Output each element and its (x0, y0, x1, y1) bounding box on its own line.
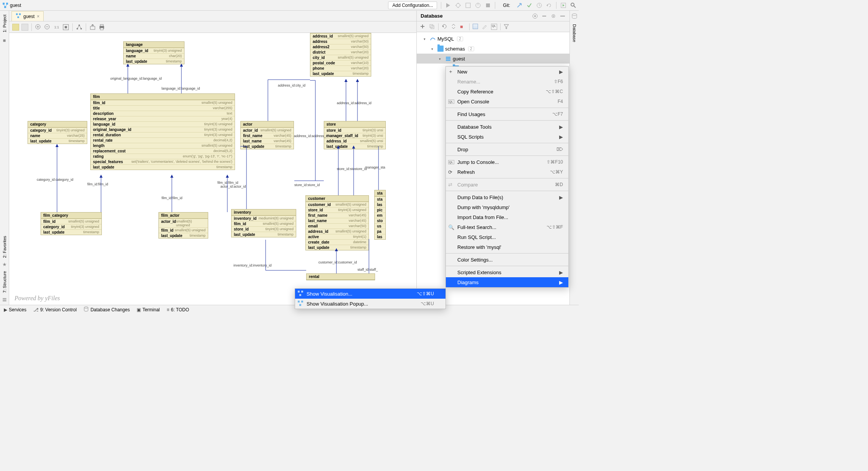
zoom-out-icon[interactable] (44, 24, 51, 31)
export-icon[interactable] (89, 24, 96, 31)
svg-rect-84 (430, 25, 433, 28)
ide-icon[interactable] (560, 2, 566, 8)
database-tool-button[interactable]: Database (572, 23, 577, 44)
tab-guest[interactable]: guest × (11, 11, 44, 21)
add-icon[interactable] (420, 24, 426, 30)
edge-label: store_id:store_id (294, 183, 320, 187)
menu-copy-reference[interactable]: Copy Reference⌥⇧⌘C (446, 87, 568, 96)
print-icon[interactable] (98, 24, 105, 31)
target-icon[interactable] (532, 13, 538, 19)
entity-inventory[interactable]: inventory inventory_idmediumint(8) unsig… (231, 209, 296, 237)
menu-diagrams[interactable]: Diagrams▶ (446, 277, 568, 287)
project-tool-button[interactable]: 1: Project (2, 13, 7, 34)
run-icon[interactable] (445, 2, 451, 8)
entity-actor[interactable]: actor actor_idsmallint(5) unsigned first… (240, 121, 294, 149)
menu-drop[interactable]: Drop⌦ (446, 144, 568, 154)
add-configuration-button[interactable]: Add Configuration... (388, 2, 437, 9)
svg-rect-23 (16, 13, 18, 15)
entity-customer[interactable]: customer customer_idsmallint(5) unsigned… (305, 195, 369, 250)
favorites-tool-button[interactable]: 2: Favorites (2, 234, 7, 259)
table-icon[interactable] (473, 24, 479, 30)
tree-schema-guest[interactable]: guest (417, 54, 569, 64)
menu-color-settings[interactable]: Color Settings... (446, 255, 568, 265)
menu-database-tools[interactable]: Database Tools▶ (446, 122, 568, 132)
menu-refresh[interactable]: ⟳Refresh⌥⌘Y (446, 167, 568, 177)
services-icon: ▶ (4, 307, 7, 312)
edit-icon[interactable] (482, 24, 488, 30)
search-everywhere-icon[interactable] (570, 2, 576, 8)
edge-label: address_id:address_id (294, 134, 329, 138)
filter-icon[interactable] (504, 24, 510, 30)
key-icon[interactable] (12, 24, 19, 31)
menu-restore-mysql[interactable]: Restore with 'mysql' (446, 242, 568, 252)
gear-icon[interactable] (550, 13, 556, 19)
panel-title: Database (421, 13, 443, 19)
console-icon[interactable]: QL (491, 24, 497, 30)
right-tool-strip: Database (569, 11, 579, 305)
collapse-icon[interactable] (541, 13, 547, 19)
menu-new[interactable]: ＋New▶ (446, 67, 568, 77)
version-control-button[interactable]: ⎇9: Version Control (33, 307, 77, 312)
git-update-icon[interactable] (516, 2, 522, 8)
entity-language[interactable]: language language_idtinyint(3) unsigned … (123, 41, 184, 64)
menu-import-data[interactable]: Import Data from File... (446, 212, 568, 222)
tree-schemas[interactable]: schemas 2 (417, 44, 569, 54)
menu-find-usages[interactable]: Find Usages⌥F7 (446, 109, 568, 119)
tree-datasource[interactable]: MySQL 2 (417, 34, 569, 44)
sync-icon[interactable] (451, 24, 457, 30)
stop-icon[interactable] (485, 2, 491, 8)
submenu-show-visualisation-popup[interactable]: Show Visualisation Popup...⌥⌘U (295, 299, 445, 309)
svg-marker-5 (446, 3, 450, 8)
svg-marker-60 (344, 79, 348, 82)
top-toolbar: guest Add Configuration... Git: (0, 0, 579, 11)
diagram-icon (2, 2, 8, 8)
entity-address[interactable]: address_idsmallint(5) unsigned addressva… (310, 33, 371, 77)
svg-marker-20 (563, 4, 565, 7)
diagram-icon (297, 290, 303, 298)
entity-film-actor[interactable]: film_actor actor_idsmallint(5) unsigned … (158, 212, 208, 239)
schema-icon (445, 56, 451, 62)
entity-category[interactable]: category category_idtinyint(3) unsigned … (28, 121, 87, 144)
debug-icon[interactable] (455, 2, 461, 8)
entity-rental[interactable]: rental (306, 273, 375, 280)
entity-film[interactable]: film film_idsmallint(5) unsigned titleva… (90, 93, 235, 170)
submenu-show-visualisation[interactable]: Show Visualisation...⌥⇧⌘U (295, 289, 445, 299)
services-button[interactable]: ▶Services (4, 307, 26, 312)
git-revert-icon[interactable] (546, 2, 552, 8)
breadcrumb[interactable]: guest (10, 3, 21, 8)
menu-run-sql-script[interactable]: Run SQL Script... (446, 232, 568, 242)
entity-store[interactable]: store store_idtinyint(3) unsi manager_st… (324, 121, 386, 149)
zoom-in-icon[interactable] (35, 24, 42, 31)
menu-dump-mysqldump[interactable]: Dump with 'mysqldump' (446, 202, 568, 212)
refresh-icon[interactable] (442, 24, 448, 30)
database-changes-button[interactable]: Database Changes (83, 306, 130, 313)
menu-jump-to-console[interactable]: QLJump to Console...⇧⌘F10 (446, 157, 568, 167)
structure-icon: 𝌆 (2, 297, 7, 305)
profile-icon[interactable] (475, 2, 481, 8)
menu-open-console[interactable]: QLOpen ConsoleF4 (446, 96, 568, 106)
actual-size-icon[interactable]: 1:1 (53, 24, 60, 31)
hide-icon[interactable] (560, 13, 566, 19)
git-commit-icon[interactable] (526, 2, 532, 8)
git-history-icon[interactable] (536, 2, 542, 8)
menu-fulltext-search[interactable]: 🔍Full-text Search...⌥⇧⌘F (446, 222, 568, 232)
edge-label: actor_id:actor_id (220, 185, 246, 188)
entity-film-category[interactable]: film_category film_idsmallint(5) unsigne… (41, 212, 102, 235)
fit-content-icon[interactable] (62, 24, 69, 31)
structure-tool-button[interactable]: 7: Structure (2, 270, 7, 294)
todo-button[interactable]: ≡6: TODO (167, 307, 189, 312)
entity-staff[interactable]: sta sta las pic em sto us pa las (374, 190, 386, 240)
menu-sql-scripts[interactable]: SQL Scripts▶ (446, 132, 568, 142)
coverage-icon[interactable] (465, 2, 471, 8)
terminal-button[interactable]: ▣Terminal (137, 307, 160, 312)
edge-label: store_id:stostore_id (337, 167, 367, 171)
duplicate-icon[interactable] (429, 24, 435, 30)
diagram-canvas[interactable]: language language_idtinyint(3) unsigned … (9, 33, 416, 305)
table-view-icon[interactable] (21, 24, 28, 31)
menu-dump-to-files[interactable]: Dump Data to File(s)▶ (446, 192, 568, 202)
layout-icon[interactable] (76, 24, 83, 31)
edge-label: film_id:film_id (217, 181, 238, 185)
close-icon[interactable]: × (37, 14, 39, 19)
stop-icon[interactable]: ■ (460, 24, 466, 30)
menu-scripted-extensions[interactable]: Scripted Extensions▶ (446, 267, 568, 277)
